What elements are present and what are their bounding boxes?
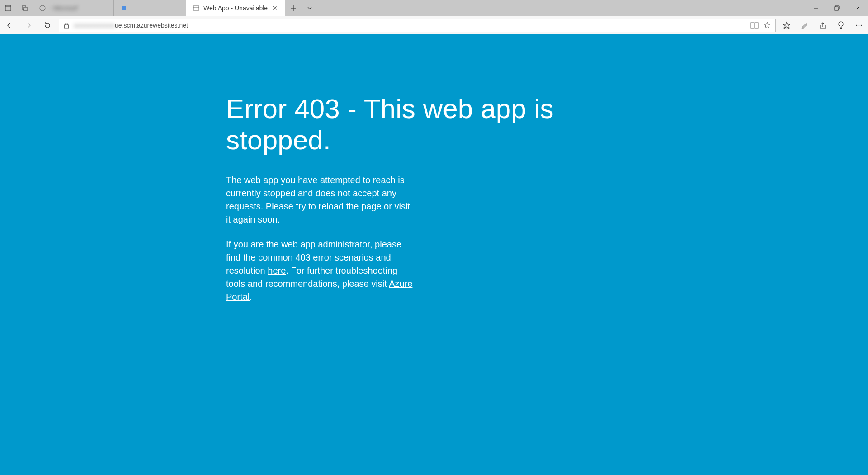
tab-title: Web App - Unavailable xyxy=(203,5,268,12)
browser-tab-1[interactable] xyxy=(114,0,186,16)
svg-rect-5 xyxy=(122,6,126,10)
svg-point-26 xyxy=(861,24,862,25)
restore-button[interactable] xyxy=(826,0,847,16)
tips-button[interactable] xyxy=(832,16,850,34)
url-visible-suffix: ue.scm.azurewebsites.net xyxy=(115,22,188,29)
notes-button[interactable] xyxy=(796,16,814,34)
lock-icon xyxy=(63,22,70,29)
refresh-button[interactable] xyxy=(38,16,57,34)
svg-rect-6 xyxy=(193,6,199,10)
error-paragraph-1: The web app you have attempted to reach … xyxy=(226,174,416,226)
set-aside-tabs-icon[interactable] xyxy=(16,0,33,16)
browser-window: - Microsof Web App - Unavailable ✕ xyxy=(0,0,868,475)
svg-rect-11 xyxy=(835,7,838,10)
share-button[interactable] xyxy=(814,16,832,34)
svg-rect-0 xyxy=(5,5,11,11)
svg-point-25 xyxy=(859,24,859,25)
sidebar-toggle-icon[interactable] xyxy=(0,0,16,16)
reading-view-icon[interactable] xyxy=(750,21,759,30)
titlebar-drag-region xyxy=(318,0,806,16)
page-viewport: Error 403 - This web app is stopped. The… xyxy=(0,34,868,475)
para2-post: . xyxy=(250,292,252,302)
forward-button[interactable] xyxy=(19,16,38,34)
window-controls xyxy=(806,0,868,16)
svg-rect-14 xyxy=(65,25,69,28)
svg-marker-18 xyxy=(783,22,790,28)
back-button[interactable] xyxy=(0,16,19,34)
svg-point-24 xyxy=(856,24,857,25)
svg-point-4 xyxy=(40,5,45,11)
url-text[interactable]: xxxxxxxxxxxxxue.scm.azurewebsites.net xyxy=(74,22,746,29)
svg-rect-15 xyxy=(751,23,754,28)
error-paragraph-2: If you are the web app administrator, pl… xyxy=(226,238,416,304)
svg-rect-3 xyxy=(24,7,27,11)
tab-title: - Microsof xyxy=(50,5,107,12)
more-button[interactable] xyxy=(850,16,868,34)
tab-preview-chevron-icon[interactable] xyxy=(302,0,318,16)
tab-favicon-icon xyxy=(120,5,127,12)
favorite-star-icon[interactable] xyxy=(763,21,772,30)
toolbar: xxxxxxxxxxxxxue.scm.azurewebsites.net xyxy=(0,16,868,34)
error-panel: Error 403 - This web app is stopped. The… xyxy=(226,93,597,315)
error-heading: Error 403 - This web app is stopped. xyxy=(226,93,597,156)
browser-tab-0[interactable]: - Microsof xyxy=(33,0,114,16)
tab-strip: - Microsof Web App - Unavailable ✕ xyxy=(0,0,868,16)
error-scenarios-link[interactable]: here xyxy=(268,266,286,276)
close-window-button[interactable] xyxy=(847,0,868,16)
browser-tab-2[interactable]: Web App - Unavailable ✕ xyxy=(186,0,285,16)
tab-favicon-icon xyxy=(39,5,46,12)
new-tab-button[interactable] xyxy=(285,0,302,16)
webpage-icon xyxy=(193,5,200,12)
minimize-button[interactable] xyxy=(806,0,826,16)
favorites-button[interactable] xyxy=(778,16,796,34)
close-tab-icon[interactable]: ✕ xyxy=(271,5,278,12)
svg-marker-17 xyxy=(764,22,770,28)
svg-rect-16 xyxy=(755,23,758,28)
address-bar[interactable]: xxxxxxxxxxxxxue.scm.azurewebsites.net xyxy=(59,19,776,32)
